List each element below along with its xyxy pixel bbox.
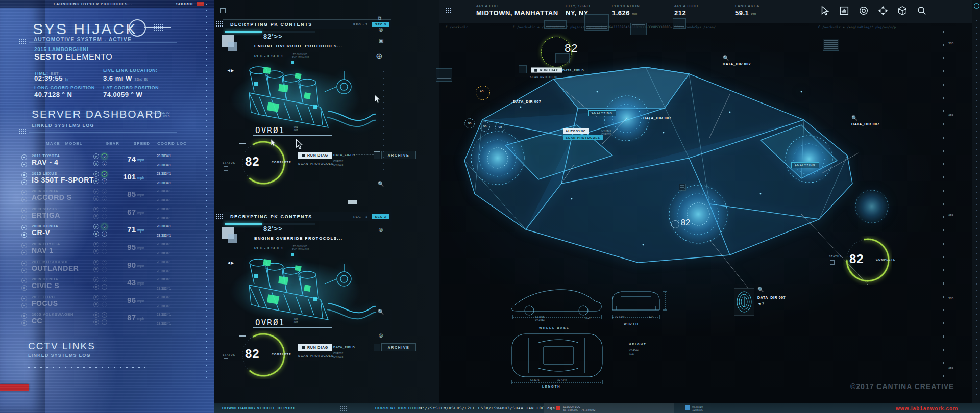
row-status-icons[interactable] (21, 243, 27, 257)
table-row[interactable]: 2005 VOLKSWAGEN CC P D R L 87 mph 28.383… (20, 312, 194, 329)
row-status-icons[interactable] (21, 190, 27, 204)
move-tool-icon[interactable] (877, 5, 889, 16)
gear-p[interactable]: P (93, 189, 99, 194)
search-tool-icon[interactable] (916, 5, 927, 16)
row-status-icons[interactable] (21, 172, 27, 187)
table-row[interactable]: 2006 TOYOTA NAV 1 P D R L 95 mph 28.3834… (20, 241, 194, 259)
gear-d[interactable]: D (102, 295, 107, 300)
gear-l[interactable]: L (102, 284, 107, 290)
frame-icon[interactable]: ▣ (379, 38, 383, 43)
gear-p[interactable]: P (93, 260, 99, 265)
gear-l[interactable]: L (102, 319, 107, 325)
copy-icon[interactable]: ⧉ (378, 15, 381, 21)
run-diag-button[interactable]: RUN DIAG (298, 152, 332, 159)
table-row[interactable]: 2005 HONDA CIVIC S P D R L 43 mph 28.383… (20, 276, 194, 294)
gear-p[interactable]: P (93, 242, 99, 247)
row-status-icons[interactable] (21, 154, 27, 169)
gear-r[interactable]: R (93, 214, 99, 219)
gear-d[interactable]: D (102, 242, 107, 247)
gear-p[interactable]: P (93, 295, 99, 300)
row-status-icons[interactable] (21, 278, 27, 292)
record-dot-icon[interactable]: ◎ (379, 27, 383, 32)
gear-d[interactable]: D (102, 277, 107, 282)
gear-l[interactable]: L (102, 196, 107, 201)
row-status-icons[interactable] (21, 313, 27, 327)
table-row[interactable]: 2003 SUZUKI ERTIGA P D R L 67 mph 28.383… (20, 206, 194, 224)
footer-chevron[interactable]: ≫ (496, 406, 500, 410)
cube-tool-icon[interactable] (897, 5, 908, 16)
data-dir-magnifier-2[interactable]: 🔍 (851, 115, 857, 121)
row-status-icons[interactable] (21, 261, 27, 275)
gear-l[interactable]: L (102, 249, 107, 254)
table-row[interactable]: 2006 HONDA ACCORD S P D R L 85 mph 28.38… (20, 188, 194, 206)
gear-l[interactable]: L (102, 302, 107, 307)
gear-d[interactable]: D (102, 206, 107, 212)
gear-p[interactable]: P (93, 153, 99, 159)
gear-selector[interactable]: P D R L (93, 260, 108, 272)
gear-r[interactable]: R (93, 178, 99, 184)
gear-p[interactable]: P (93, 224, 99, 229)
gear-d[interactable]: D (102, 312, 107, 318)
gear-selector[interactable]: P D R L (93, 224, 108, 237)
gear-selector[interactable]: P D R L (93, 312, 108, 325)
row-status-icons[interactable] (21, 296, 27, 310)
gear-l[interactable]: L (102, 178, 107, 184)
target-tool-icon[interactable] (858, 5, 869, 16)
autosync-chip[interactable]: AUTOSYNC (563, 128, 589, 134)
wheelbase-label: WHEEL BASE (539, 326, 570, 329)
gear-d[interactable]: D (102, 171, 107, 177)
archive-button[interactable]: ARCHIVE (381, 151, 416, 159)
circle-icon[interactable]: ◎ (379, 227, 383, 233)
gear-l[interactable]: L (102, 161, 107, 166)
edge-play-icon[interactable] (974, 3, 979, 9)
gear-r[interactable]: R (93, 302, 99, 307)
row-status-icons[interactable] (21, 208, 27, 222)
gear-r[interactable]: R (93, 161, 99, 166)
gear-p[interactable]: P (93, 171, 99, 177)
magnifier-icon-1[interactable]: 🔍 (378, 181, 384, 187)
holo-run-diag-button[interactable]: RUN DIAG (531, 67, 562, 72)
data-dir-magnifier-1[interactable]: 🔍 (723, 55, 729, 61)
gear-selector[interactable]: P D R L (93, 189, 108, 201)
gear-l[interactable]: L (102, 214, 107, 219)
scan-protocols-chip[interactable]: SCAN PROTOCOLS (563, 135, 603, 140)
gear-l[interactable]: L (102, 267, 107, 272)
fingerprint-magnifier[interactable]: 🔍 (757, 287, 764, 292)
gear-selector[interactable]: P D R L (93, 171, 108, 184)
gear-r[interactable]: R (93, 196, 99, 201)
gear-selector[interactable]: P D R L (93, 206, 108, 219)
gear-d[interactable]: D (102, 153, 107, 159)
magnifier-icon-2[interactable]: 🔍 (378, 309, 384, 315)
gear-selector[interactable]: P D R L (93, 295, 108, 307)
run-diag-button[interactable]: RUN DIAG (298, 344, 332, 351)
gear-p[interactable]: P (93, 312, 99, 318)
gear-r[interactable]: R (93, 284, 99, 290)
archive-button[interactable]: ARCHIVE (381, 343, 416, 351)
gear-r[interactable]: R (93, 249, 99, 254)
row-status-icons[interactable] (21, 225, 27, 239)
record-dot-icon-2[interactable]: ◎ (379, 332, 383, 338)
gear-d[interactable]: D (102, 224, 107, 229)
sec-badge[interactable]: SEC 3 (372, 214, 389, 219)
table-row[interactable]: 2011 TOYOTA RAV - 4 P D R L 74 mph 28.38… (20, 153, 194, 171)
gear-r[interactable]: R (93, 267, 99, 272)
fingerprint-panel[interactable] (734, 288, 754, 316)
gear-d[interactable]: D (102, 260, 107, 265)
sec-badge[interactable]: SEC 3 (372, 22, 389, 27)
cursor-tool-icon[interactable] (819, 5, 830, 16)
table-row[interactable]: 2001 FORD FOCUS P D R L 96 mph 28.3834'1… (20, 294, 194, 312)
gear-l[interactable]: L (102, 231, 107, 237)
target-crosshair-icon[interactable]: ⊕ (376, 51, 382, 61)
gear-selector[interactable]: P D R L (93, 242, 108, 254)
table-row[interactable]: 2015 LEXUS IS 350T F-SPORT P D R L 101 m… (20, 171, 194, 189)
table-row[interactable]: 2000 HONDA CR-V P D R L 71 mph 28.3834'1… (20, 223, 194, 241)
image-crop-tool-icon[interactable] (839, 5, 850, 16)
gear-selector[interactable]: P D R L (93, 153, 108, 166)
gear-r[interactable]: R (93, 231, 99, 237)
gear-selector[interactable]: P D R L (93, 277, 108, 290)
table-row[interactable]: 2011 MITSUBISHI OUTLANDER P D R L 90 mph… (20, 259, 194, 277)
gear-p[interactable]: P (93, 277, 99, 282)
gear-p[interactable]: P (93, 206, 99, 212)
gear-r[interactable]: R (93, 319, 99, 325)
gear-d[interactable]: D (102, 189, 107, 194)
